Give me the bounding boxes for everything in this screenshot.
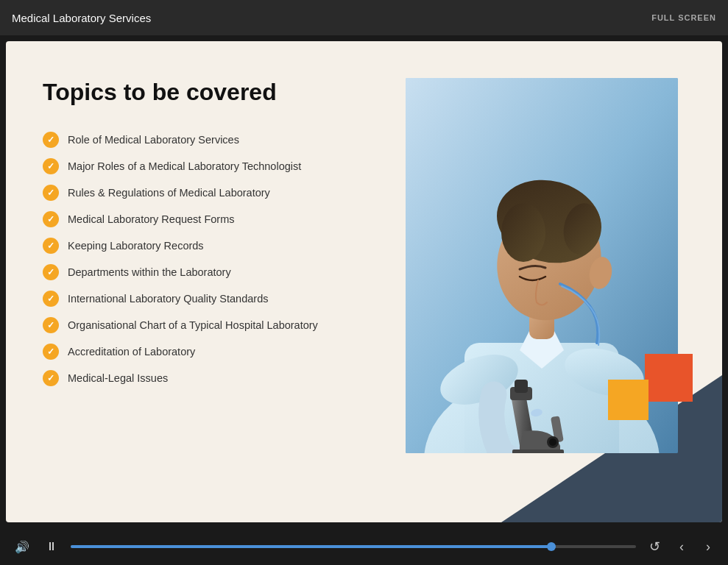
- decorative-orange-square-big: [645, 354, 693, 402]
- replay-icon: ↺: [649, 539, 660, 555]
- app-title: Medical Laboratory Services: [12, 12, 151, 24]
- slide-content: Topics to be covered Role of Medical Lab…: [6, 41, 722, 522]
- topic-item: Departments within the Laboratory: [43, 264, 391, 280]
- decorative-orange-square-small: [608, 380, 649, 420]
- next-button[interactable]: ›: [700, 536, 716, 558]
- svg-point-19: [549, 438, 556, 446]
- topic-item: Organisational Chart of a Typical Hospit…: [43, 317, 391, 333]
- prev-button[interactable]: ‹: [674, 536, 690, 558]
- topics-list: Role of Medical Laboratory ServicesMajor…: [43, 132, 391, 386]
- check-icon: [43, 238, 59, 254]
- topic-text: International Laboratory Quality Standar…: [68, 293, 268, 305]
- check-icon: [43, 370, 59, 386]
- topic-item: Medical Laboratory Request Forms: [43, 211, 391, 227]
- check-icon: [43, 185, 59, 201]
- control-bar: 🔊 ⏸ ↺ ‹ ›: [0, 528, 728, 565]
- topic-text: Accreditation of Laboratory: [68, 346, 195, 358]
- replay-button[interactable]: ↺: [646, 536, 663, 558]
- topic-item: Accreditation of Laboratory: [43, 344, 391, 360]
- topic-item: International Laboratory Quality Standar…: [43, 291, 391, 307]
- check-icon: [43, 291, 59, 307]
- topic-text: Organisational Chart of a Typical Hospit…: [68, 319, 318, 331]
- fullscreen-button[interactable]: FULL SCREEN: [651, 13, 716, 22]
- svg-point-7: [501, 203, 545, 262]
- slide-container: Topics to be covered Role of Medical Lab…: [6, 41, 722, 522]
- check-icon: [43, 317, 59, 333]
- topic-item: Rules & Regulations of Medical Laborator…: [43, 185, 391, 201]
- svg-rect-14: [515, 380, 528, 393]
- pause-button[interactable]: ⏸: [43, 537, 60, 556]
- check-icon: [43, 344, 59, 360]
- next-icon: ›: [706, 539, 710, 554]
- progress-fill: [71, 545, 551, 548]
- topic-item: Medical-Legal Issues: [43, 370, 391, 386]
- topic-text: Rules & Regulations of Medical Laborator…: [68, 187, 270, 199]
- topic-text: Keeping Laboratory Records: [68, 240, 204, 252]
- svg-rect-15: [512, 449, 564, 453]
- slide-title: Topics to be covered: [43, 78, 391, 106]
- topic-text: Medical Laboratory Request Forms: [68, 213, 234, 225]
- topic-item: Keeping Laboratory Records: [43, 238, 391, 254]
- topic-item: Role of Medical Laboratory Services: [43, 132, 391, 148]
- prev-icon: ‹: [679, 539, 684, 554]
- check-icon: [43, 132, 59, 148]
- right-panel: [406, 78, 685, 461]
- top-bar: Medical Laboratory Services FULL SCREEN: [0, 0, 728, 35]
- topic-text: Departments within the Laboratory: [68, 266, 231, 278]
- volume-icon: 🔊: [15, 540, 29, 554]
- topic-item: Major Roles of a Medical Laboratory Tech…: [43, 158, 391, 174]
- volume-button[interactable]: 🔊: [12, 537, 32, 557]
- topic-text: Major Roles of a Medical Laboratory Tech…: [68, 160, 301, 172]
- pause-icon: ⏸: [46, 540, 57, 553]
- check-icon: [43, 211, 59, 227]
- progress-bar[interactable]: [71, 545, 636, 548]
- topic-text: Role of Medical Laboratory Services: [68, 134, 239, 146]
- progress-indicator: [547, 542, 556, 551]
- check-icon: [43, 264, 59, 280]
- left-panel: Topics to be covered Role of Medical Lab…: [43, 78, 391, 386]
- topic-text: Medical-Legal Issues: [68, 372, 168, 384]
- check-icon: [43, 158, 59, 174]
